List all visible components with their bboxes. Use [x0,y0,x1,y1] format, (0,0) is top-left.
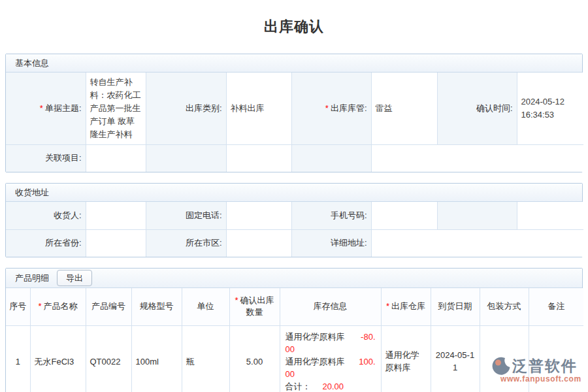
required-asterisk: * [40,103,43,113]
section-product-details: 产品明细 导出 序号 *产品名称 产品编号 规格型号 单位 *确认出库数量 库存… [5,268,583,392]
export-button[interactable]: 导出 [57,270,92,286]
mobile-label: 手机号码: [331,210,367,220]
col-header-remark: 备注 [529,288,583,325]
cell-inventory-info: 通用化学原料库-80. 00 通用化学原料库100. 00 [280,325,381,392]
category-label: 出库类别: [186,103,222,113]
basic-info-title: 基本信息 [15,57,49,69]
cell-warehouse: 通用化学原料库 [381,325,431,392]
city-label: 所在市区: [186,238,222,248]
address-label-cell: 详细地址: [291,229,371,257]
empty-value-cell [371,144,583,172]
subject-label-cell: *单据主题: [6,73,86,144]
empty-label-cell [146,144,226,172]
mobile-label-cell: 手机号码: [291,202,371,229]
subject-value-cell: 转自生产补料：农药化工产品第一批生产订单 敌草隆生产补料 [86,73,146,144]
inventory-total-line: 合计：20.00 [286,380,376,392]
inventory-line: 00 [286,368,376,380]
landline-label: 固定电话: [186,210,222,220]
cell-seq: 1 [6,325,30,392]
empty-label-cell [291,144,371,172]
confirm-time-label-cell: 确认时间: [437,73,517,144]
inventory-line: 通用化学原料库100. [286,355,376,368]
mobile-value-cell [371,202,437,229]
keeper-label: 出库库管: [331,103,367,113]
category-label-cell: 出库类别: [146,73,226,144]
product-details-header: 产品明细 导出 [6,269,582,288]
landline-value-cell [226,202,291,229]
subject-label: 单据主题: [45,103,82,113]
product-row: 1 无水FeCl3 QT0022 100ml 瓶 5.00 通用化学原料库-80… [6,325,583,392]
col-header-unit: 单位 [182,288,229,325]
empty-label-cell [437,202,517,229]
address-label: 详细地址: [331,238,367,248]
landline-label-cell: 固定电话: [146,202,226,229]
inventory-line: 通用化学原料库-80. [286,331,376,343]
confirm-time-value-cell: 2024-05-12 16:34:53 [517,73,583,144]
cell-unit: 瓶 [182,325,229,392]
delivery-address-header: 收货地址 [6,184,582,202]
cell-product-name: 无水FeCl3 [30,325,86,392]
empty-value-cell [517,202,583,229]
related-project-label-cell: 关联项目: [6,144,86,172]
receiver-value-cell [86,202,146,229]
province-label: 所在省份: [45,238,82,248]
receiver-label-cell: 收货人: [6,202,86,229]
cell-arrival-date: 2024-05-11 [431,325,480,392]
col-header-product-code: 产品编号 [86,288,131,325]
confirm-time-value: 2024-05-12 16:34:53 [521,95,580,122]
inventory-info: 通用化学原料库-80. 00 通用化学原料库100. 00 [284,331,377,392]
col-header-arrival-date: 到货日期 [431,288,480,325]
cell-confirm-qty: 5.00 [229,325,280,392]
page-title: 出库确认 [0,17,588,37]
section-delivery-address: 收货地址 收货人: 固定电话: [5,183,583,257]
city-label-cell: 所在市区: [146,229,226,257]
required-asterisk: * [325,103,329,113]
col-header-product-name: *产品名称 [30,288,86,325]
category-value: 补料出库 [231,103,265,113]
delivery-address-title: 收货地址 [15,187,49,199]
cell-product-code: QT0022 [86,325,131,392]
basic-info-header: 基本信息 [6,54,582,73]
cell-remark [529,325,583,392]
col-header-seq: 序号 [6,288,30,325]
required-asterisk: * [235,295,238,305]
subject-value: 转自生产补料：农药化工产品第一批生产订单 敌草隆生产补料 [90,76,142,141]
col-header-spec: 规格型号 [131,288,182,325]
product-details-title: 产品明细 [15,272,49,284]
col-header-inventory-info: 库存信息 [280,288,381,325]
category-value-cell: 补料出库 [226,73,291,144]
col-header-confirm-qty: *确认出库数量 [229,288,280,325]
related-project-value-cell [86,144,146,172]
inventory-line: 00 [286,343,376,355]
address-value-cell [371,229,583,257]
province-value-cell [86,229,146,257]
section-basic-info: 基本信息 *单据主题: 转自生产补料：农药化工产品第一批生产订单 敌草隆生产补料… [5,54,583,172]
cell-spec: 100ml [131,325,182,392]
col-header-packaging: 包装方式 [480,288,529,325]
cell-packaging [480,325,529,392]
empty-value-cell [226,144,291,172]
outbound-confirmation-page: 出库确认 基本信息 *单据主题: 转自生产补料：农药化工产品第一批生产订单 敌草… [0,0,588,392]
keeper-value-cell: 雷益 [371,73,437,144]
delivery-address-table: 收货人: 固定电话: 手机号码: [6,202,583,257]
required-asterisk: * [38,301,41,311]
city-value-cell [226,229,291,257]
col-header-warehouse: *出库仓库 [381,288,431,325]
keeper-value: 雷益 [376,103,393,113]
province-label-cell: 所在省份: [6,229,86,257]
related-project-label: 关联项目: [45,153,82,163]
confirm-time-label: 确认时间: [476,103,513,113]
product-table: 序号 *产品名称 产品编号 规格型号 单位 *确认出库数量 库存信息 *出库仓库… [6,288,583,392]
basic-info-table: *单据主题: 转自生产补料：农药化工产品第一批生产订单 敌草隆生产补料 出库类别… [6,73,583,172]
required-asterisk: * [386,301,389,311]
receiver-label: 收货人: [54,210,82,220]
keeper-label-cell: *出库库管: [291,73,371,144]
